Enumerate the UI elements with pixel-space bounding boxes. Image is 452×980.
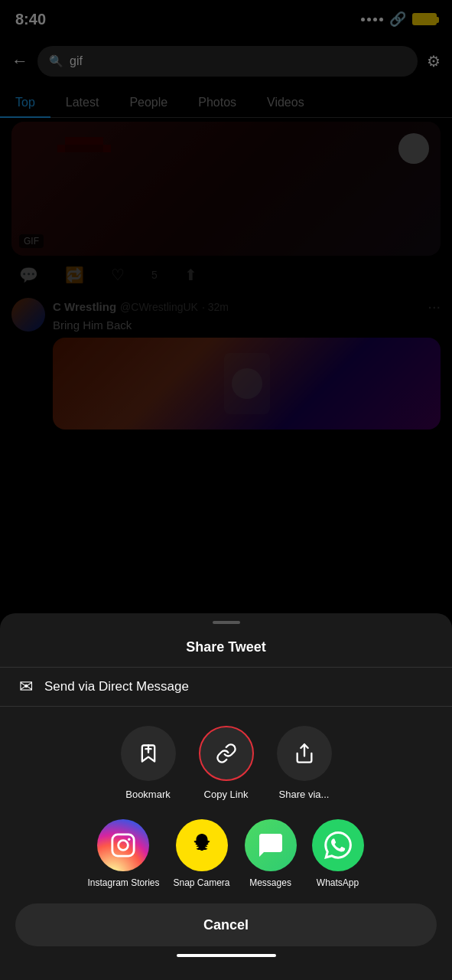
messages-label: Messages	[249, 877, 291, 888]
dm-label: Send via Direct Message	[44, 679, 189, 694]
dm-icon: ✉	[19, 677, 33, 697]
snapchat-label: Snap Camera	[174, 877, 230, 888]
share-via-icon-circle	[277, 726, 332, 781]
app-instagram[interactable]: Instagram Stories	[87, 819, 159, 888]
bookmark-button[interactable]: Bookmark	[121, 726, 176, 800]
cancel-label: Cancel	[203, 917, 249, 933]
app-snapchat[interactable]: Snap Camera	[174, 819, 230, 888]
copy-link-icon-circle	[199, 726, 254, 781]
bookmark-label: Bookmark	[125, 789, 171, 800]
share-bottom-sheet: Share Tweet ✉ Send via Direct Message Bo…	[0, 613, 452, 980]
copy-link-button[interactable]: Copy Link	[199, 726, 254, 800]
snapchat-icon	[176, 819, 228, 871]
whatsapp-label: WhatsApp	[317, 877, 359, 888]
cancel-button[interactable]: Cancel	[15, 903, 437, 946]
instagram-label: Instagram Stories	[87, 877, 159, 888]
svg-point-5	[128, 838, 131, 840]
bookmark-icon-circle	[121, 726, 176, 781]
actions-grid: Bookmark Copy Link Share via...	[0, 707, 452, 804]
share-via-label: Share via...	[279, 789, 330, 800]
apps-grid: Instagram Stories Snap Camera Messages	[0, 804, 452, 892]
app-messages[interactable]: Messages	[244, 819, 298, 888]
svg-point-4	[119, 840, 128, 850]
copy-link-label: Copy Link	[204, 789, 249, 800]
svg-rect-3	[112, 834, 134, 855]
sheet-title: Share Tweet	[0, 624, 452, 667]
whatsapp-icon	[312, 819, 364, 871]
messages-icon	[245, 819, 297, 871]
instagram-icon	[97, 819, 149, 871]
home-indicator	[177, 954, 276, 957]
share-via-button[interactable]: Share via...	[277, 726, 332, 800]
app-whatsapp[interactable]: WhatsApp	[311, 819, 365, 888]
overlay-dim	[0, 0, 452, 498]
send-dm-row[interactable]: ✉ Send via Direct Message	[0, 667, 452, 707]
